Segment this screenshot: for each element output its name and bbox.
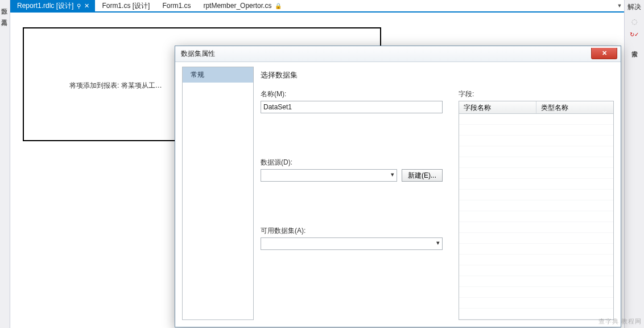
tabs-overflow-dropdown[interactable]: ▼	[615, 0, 624, 11]
watermark: 查字典 教程网	[598, 317, 642, 326]
tab-label: Report1.rdlc [设计]	[17, 1, 73, 11]
datasource-select[interactable]	[261, 169, 397, 182]
tab-close-button[interactable]: ✕	[84, 2, 89, 10]
dialog-main-panel: 选择数据集 名称(M): 数据源(D):	[261, 67, 614, 320]
fields-label: 字段:	[459, 89, 614, 99]
right-panel-strip: 解决 ◌ ↻✓ 搜索	[624, 0, 644, 328]
section-title: 选择数据集	[261, 70, 614, 80]
tab-form1-design[interactable]: Form1.cs [设计]	[95, 0, 155, 11]
dataset-name-input[interactable]	[261, 101, 443, 113]
dialog-body: 常规 选择数据集 名称(M): 数据源(D):	[175, 62, 621, 327]
gear-icon[interactable]: ◌	[631, 18, 637, 26]
available-datasets-select[interactable]	[261, 237, 443, 250]
design-hint-text: 将项添加到报表: 将某项从工…	[69, 81, 162, 91]
tab-label: rptMember_Opertor.cs	[203, 2, 271, 10]
document-tabs: Report1.rdlc [设计] ⚲ ✕ Form1.cs [设计] Form…	[10, 0, 624, 13]
dataset-properties-dialog: 数据集属性 ✕ 常规 选择数据集 名称(M): 数据源(D):	[175, 46, 621, 327]
available-datasets-label: 可用数据集(A):	[261, 226, 443, 236]
tab-report-rdlc[interactable]: Report1.rdlc [设计] ⚲ ✕	[10, 0, 95, 11]
sidebar-item-general[interactable]: 常规	[183, 67, 253, 83]
dialog-titlebar[interactable]: 数据集属性 ✕	[175, 46, 621, 62]
fields-table[interactable]: 字段名称 类型名称	[459, 101, 614, 320]
fields-col-name[interactable]: 字段名称	[459, 101, 536, 113]
dialog-sidebar: 常规	[182, 67, 254, 320]
datasource-label: 数据源(D):	[261, 158, 443, 167]
fields-table-body[interactable]	[459, 114, 613, 319]
pin-icon[interactable]: ⚲	[77, 3, 81, 9]
refresh-icon[interactable]: ↻✓	[630, 31, 639, 38]
sidebar-item-label: 常规	[191, 71, 204, 79]
fields-col-type[interactable]: 类型名称	[536, 101, 613, 113]
dialog-title: 数据集属性	[181, 49, 215, 59]
name-label: 名称(M):	[261, 89, 443, 99]
fields-table-header: 字段名称 类型名称	[459, 101, 613, 114]
lock-icon: 🔒	[275, 3, 282, 9]
dialog-close-button[interactable]: ✕	[591, 48, 617, 59]
new-datasource-button[interactable]: 新建(E)...	[402, 169, 443, 182]
solution-explorer-label[interactable]: 解决	[628, 2, 641, 12]
tab-label: Form1.cs	[162, 2, 191, 10]
tab-rptmember[interactable]: rptMember_Opertor.cs 🔒	[196, 0, 287, 11]
left-vertical-toolbar: 数源 工具箱	[0, 0, 10, 328]
tab-label: Form1.cs [设计]	[102, 1, 150, 11]
tab-form1-cs[interactable]: Form1.cs	[155, 0, 196, 11]
